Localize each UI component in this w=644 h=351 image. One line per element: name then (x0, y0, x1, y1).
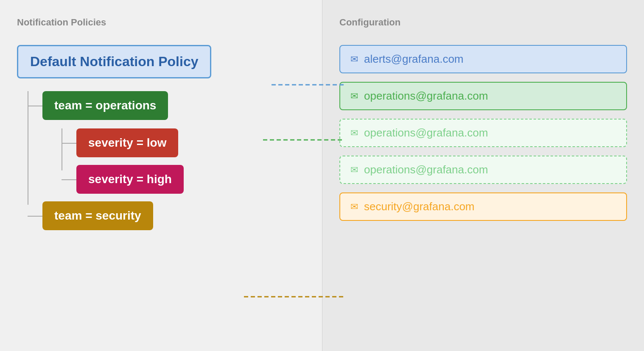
left-panel: Notification Policies Default Notificati… (0, 0, 322, 351)
ops-email-text: operations@grafana.com (364, 89, 488, 103)
mail-icon-default: ✉ (350, 54, 358, 65)
ops-subchildren: severity = low severity = high (76, 128, 305, 194)
mail-icon-security: ✉ (350, 201, 358, 212)
security-policy-box[interactable]: team = security (42, 201, 153, 230)
ops-inherited1-email-box: ✉ operations@grafana.com (339, 119, 627, 147)
mail-icon-ops-inherited2: ✉ (350, 164, 358, 176)
high-severity-box[interactable]: severity = high (76, 165, 184, 194)
config-section: ✉ alerts@grafana.com ✉ operations@grafan… (339, 45, 627, 221)
mail-icon-ops-inherited1: ✉ (350, 128, 358, 139)
ops-config-row: ✉ operations@grafana.com (339, 82, 627, 110)
low-severity-box[interactable]: severity = low (76, 128, 178, 157)
default-email-text: alerts@grafana.com (364, 53, 464, 66)
left-panel-title: Notification Policies (17, 17, 305, 28)
ops-policy-row: team = operations (42, 91, 305, 120)
security-config-row: ✉ security@grafana.com (339, 192, 627, 221)
ops-email-box[interactable]: ✉ operations@grafana.com (339, 82, 627, 110)
mail-icon-ops: ✉ (350, 91, 358, 102)
low-severity-row: severity = low (76, 128, 305, 157)
security-email-box[interactable]: ✉ security@grafana.com (339, 192, 627, 221)
ops-policy-box[interactable]: team = operations (42, 91, 168, 120)
high-severity-row: severity = high (76, 165, 305, 194)
ops-inherited2-email-box: ✉ operations@grafana.com (339, 156, 627, 184)
security-policy-row: team = security (42, 201, 305, 230)
ops-inherited2-config-row: ✉ operations@grafana.com (339, 156, 627, 184)
default-config-row: ✉ alerts@grafana.com (339, 45, 627, 73)
security-email-text: security@grafana.com (364, 200, 475, 213)
default-email-box[interactable]: ✉ alerts@grafana.com (339, 45, 627, 73)
ops-inherited2-email-text: operations@grafana.com (364, 163, 488, 176)
default-policy-box[interactable]: Default Notification Policy (17, 45, 211, 78)
right-panel-title: Configuration (339, 17, 627, 28)
default-policy-row: Default Notification Policy (17, 45, 305, 78)
right-panel: Configuration ✉ alerts@grafana.com ✉ ope… (322, 0, 644, 351)
policy-children: team = operations severity = low severit… (42, 91, 305, 230)
ops-inherited1-email-text: operations@grafana.com (364, 126, 488, 139)
ops-inherited1-config-row: ✉ operations@grafana.com (339, 119, 627, 147)
